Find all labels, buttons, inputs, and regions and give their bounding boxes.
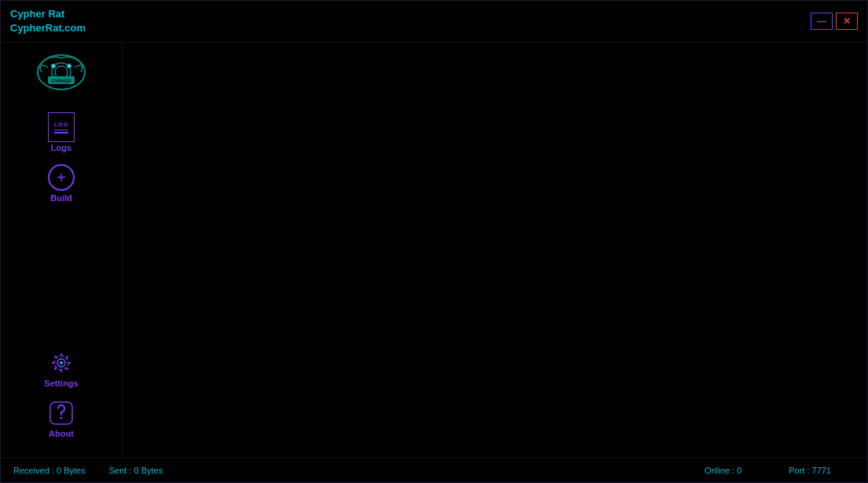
app-title: Cypher Rat CypherRat.com [10, 7, 86, 35]
status-bar: Received : 0 Bytes Sent : 0 Bytes Online… [1, 457, 867, 482]
settings-icon [47, 349, 75, 377]
online-status: Online : 0 [705, 466, 742, 475]
logs-icon: LOG [47, 113, 75, 141]
svg-point-19 [60, 361, 63, 364]
svg-line-15 [55, 357, 57, 359]
sidebar: CYPHER LOG [1, 42, 123, 457]
received-status: Received : 0 Bytes [13, 466, 86, 475]
sidebar-item-build[interactable]: + Build [47, 163, 75, 203]
content-area [123, 42, 867, 457]
about-icon [47, 399, 75, 427]
svg-line-16 [66, 368, 68, 370]
sidebar-item-about[interactable]: About [47, 399, 75, 438]
minimize-button[interactable]: — [811, 13, 833, 30]
logs-label: Logs [51, 143, 71, 152]
svg-point-20 [60, 417, 63, 419]
sidebar-item-settings[interactable]: Settings [44, 349, 78, 388]
sidebar-item-logs[interactable]: LOG Logs [47, 113, 75, 152]
svg-point-8 [68, 65, 71, 68]
status-right: Online : 0 Port : 7771 [705, 466, 855, 475]
sent-status: Sent : 0 Bytes [109, 466, 163, 475]
main-area: CYPHER LOG [1, 42, 867, 457]
svg-line-18 [55, 368, 57, 370]
close-button[interactable]: ✕ [836, 13, 858, 30]
build-label: Build [50, 193, 72, 203]
port-status: Port : 7771 [789, 466, 831, 475]
app-logo: CYPHER [34, 50, 89, 101]
svg-point-7 [53, 65, 55, 68]
window-controls: — ✕ [811, 13, 858, 30]
settings-label: Settings [44, 379, 78, 388]
title-bar: Cypher Rat CypherRat.com — ✕ [1, 1, 867, 42]
svg-text:CYPHER: CYPHER [51, 79, 71, 83]
svg-line-17 [66, 357, 68, 359]
app-window: Cypher Rat CypherRat.com — ✕ [0, 0, 868, 483]
build-icon: + [47, 163, 75, 192]
about-label: About [49, 429, 74, 438]
